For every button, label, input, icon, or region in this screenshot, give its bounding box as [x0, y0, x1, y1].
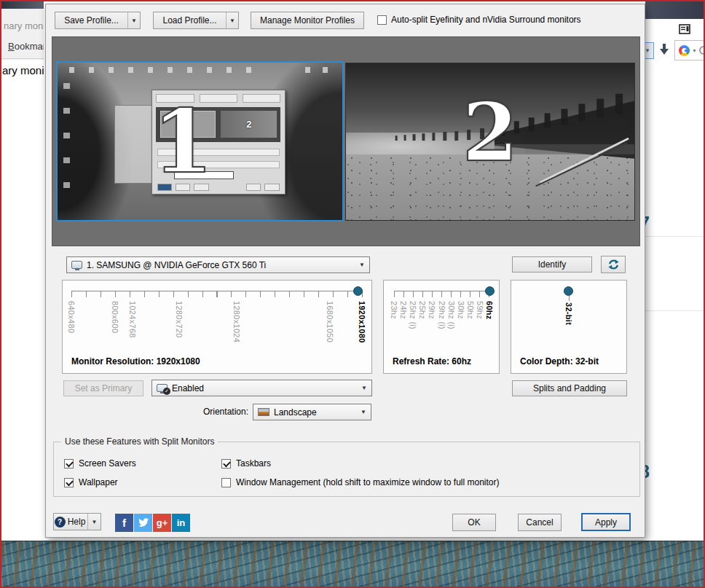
cancel-label: Cancel: [526, 517, 553, 528]
refresh-caption: Refresh Rate: 60hz: [393, 356, 471, 366]
autosplit-label: Auto-split Eyefinity and nVidia Surround…: [391, 15, 581, 25]
browser-search-box[interactable]: ▼: [674, 40, 705, 60]
browser-titlebar-fragment: [1, 1, 44, 9]
monitor-2-number: 2: [462, 93, 519, 173]
slider-tick-label: 30hz (i): [447, 301, 456, 329]
monitor-1-preview[interactable]: 1 2 1: [56, 61, 344, 222]
refresh-monitors-button[interactable]: [601, 256, 626, 273]
chevron-down-icon[interactable]: ▼: [226, 12, 238, 28]
google-plus-icon[interactable]: g+: [153, 514, 171, 532]
menu-item-bookmark[interactable]: Bookmar: [8, 41, 44, 52]
save-profile-button[interactable]: Save Profile... ▼: [55, 12, 141, 29]
manage-profiles-label: Manage Monitor Profiles: [260, 15, 355, 26]
slider-tick-label: 1280x1024: [232, 301, 241, 342]
slider-tick-label: 1280x720: [175, 301, 184, 338]
chevron-down-icon[interactable]: ▼: [87, 514, 100, 530]
window-management-hold-shift-label: Window Management (hold shift to maximiz…: [236, 477, 499, 487]
chevron-down-icon: ▼: [361, 409, 366, 415]
download-icon[interactable]: [657, 42, 671, 57]
screenshot-root: nary monit Bookmar ary monito ▼ ▼ 7 8: [0, 0, 705, 588]
monitor-select-dropdown[interactable]: 1. SAMSUNG @ NVIDIA GeForce GTX 560 Ti ▼: [66, 256, 370, 273]
window-management-hold-shift-checkbox[interactable]: [221, 478, 231, 487]
monitor-config-dialog: Save Profile... ▼ Load Profile... ▼ Mana…: [45, 4, 645, 538]
monitor-2-preview[interactable]: 2: [345, 63, 635, 221]
slider-tick-label: 50hz: [466, 301, 475, 319]
menu-separator: [1, 58, 44, 59]
slider-tick-label: 29hz: [428, 301, 436, 319]
zoom-dropdown-cut[interactable]: ▼: [645, 42, 654, 59]
wallpaper-checkbox[interactable]: [64, 478, 74, 487]
ok-button[interactable]: OK: [452, 514, 496, 531]
twitter-icon[interactable]: [134, 514, 152, 532]
set-as-primary-label: Set as Primary: [75, 383, 133, 393]
resolution-slider-thumb[interactable]: [353, 286, 363, 296]
browser-titlebar-fragment: [645, 1, 705, 19]
chevron-down-icon[interactable]: ▼: [127, 12, 140, 28]
menu-item[interactable]: nary monit: [4, 20, 44, 31]
splits-and-padding-button[interactable]: Splits and Padding: [512, 380, 627, 396]
apply-label: Apply: [595, 517, 617, 528]
refresh-icon: [607, 259, 620, 270]
color-depth-tick: [569, 296, 570, 301]
slider-tick-label: 60hz: [485, 301, 494, 320]
resolution-slider-track[interactable]: [71, 291, 363, 297]
apply-button[interactable]: Apply: [581, 513, 631, 531]
desktop-icons-row: [69, 67, 257, 73]
resolution-caption: Monitor Resolution: 1920x1080: [71, 356, 200, 366]
load-profile-label: Load Profile...: [154, 15, 226, 26]
slider-tick-label: 640x480: [67, 301, 76, 333]
checkbox-screen-savers[interactable]: Screen Savers: [64, 458, 221, 469]
refresh-slider-thumb[interactable]: [485, 286, 495, 296]
slider-tick-label: 1024x768: [128, 301, 137, 338]
color-depth-thumb[interactable]: [564, 286, 573, 296]
refresh-tick-labels: 23hz24hz25hz (i)25hz29hz29hz (i)30hz (i)…: [394, 299, 489, 365]
monitor-1-number: 1: [152, 98, 213, 185]
enabled-dropdown[interactable]: Enabled ▼: [151, 380, 372, 396]
orientation-dropdown[interactable]: Landscape ▼: [253, 404, 371, 420]
google-logo-icon: [679, 45, 690, 56]
set-as-primary-button[interactable]: Set as Primary: [63, 380, 143, 396]
slider-tick-label: 24hz: [399, 301, 408, 319]
desktop-icons-column: [63, 83, 70, 197]
slider-tick-label: 30hz: [457, 301, 465, 319]
autosplit-checkbox-row[interactable]: Auto-split Eyefinity and nVidia Surround…: [377, 15, 581, 25]
splits-label: Splits and Padding: [533, 383, 606, 393]
autosplit-checkbox[interactable]: [377, 15, 387, 25]
color-depth-caption: Color Depth: 32-bit: [520, 356, 599, 366]
identify-button[interactable]: Identify: [512, 256, 592, 273]
checkbox-window-management-hold-shift[interactable]: Window Management (hold shift to maximiz…: [221, 477, 499, 487]
context-menu-fragment: nary monit Bookmar: [1, 9, 44, 60]
page-heading-fragment: ary monito: [2, 64, 44, 77]
checkbox-wallpaper[interactable]: Wallpaper: [64, 477, 221, 487]
help-button[interactable]: ? Help ▼: [53, 513, 101, 530]
color-depth-value: 32-bit: [564, 302, 573, 325]
facebook-icon[interactable]: f: [115, 514, 133, 532]
slider-tick-label: 25hz (i): [409, 301, 417, 329]
chevron-down-icon[interactable]: ▼: [692, 48, 697, 53]
slider-tick-label: 800x600: [111, 301, 119, 333]
desktop-wallpaper-water: [1, 541, 705, 588]
load-profile-button[interactable]: Load Profile... ▼: [153, 12, 239, 29]
manage-monitor-profiles-button[interactable]: Manage Monitor Profiles: [251, 12, 364, 29]
wallpaper-label: Wallpaper: [79, 477, 118, 487]
magnifier-icon[interactable]: [699, 46, 705, 55]
cancel-button[interactable]: Cancel: [518, 514, 562, 531]
checkbox-taskbars[interactable]: Taskbars: [221, 458, 499, 469]
linkedin-icon[interactable]: in: [172, 514, 190, 532]
monitor-icon: [71, 261, 82, 269]
identify-label: Identify: [538, 259, 567, 270]
slider-tick-label: 1920x1080: [358, 301, 366, 343]
refresh-slider-track[interactable]: [394, 291, 489, 297]
orientation-value: Landscape: [274, 407, 317, 418]
help-icon: ?: [55, 517, 66, 528]
taskbars-label: Taskbars: [236, 458, 271, 469]
page-divider: [645, 310, 705, 311]
page-step-number: 8: [645, 461, 650, 482]
chevron-down-icon: ▼: [359, 262, 365, 268]
chevron-down-icon: ▼: [361, 385, 367, 391]
screen-savers-checkbox[interactable]: [64, 459, 74, 469]
landscape-thumbnail-icon: [258, 408, 269, 416]
taskbars-checkbox[interactable]: [221, 459, 231, 469]
browser-tab-icon[interactable]: [679, 24, 690, 34]
save-profile-label: Save Profile...: [55, 15, 127, 26]
